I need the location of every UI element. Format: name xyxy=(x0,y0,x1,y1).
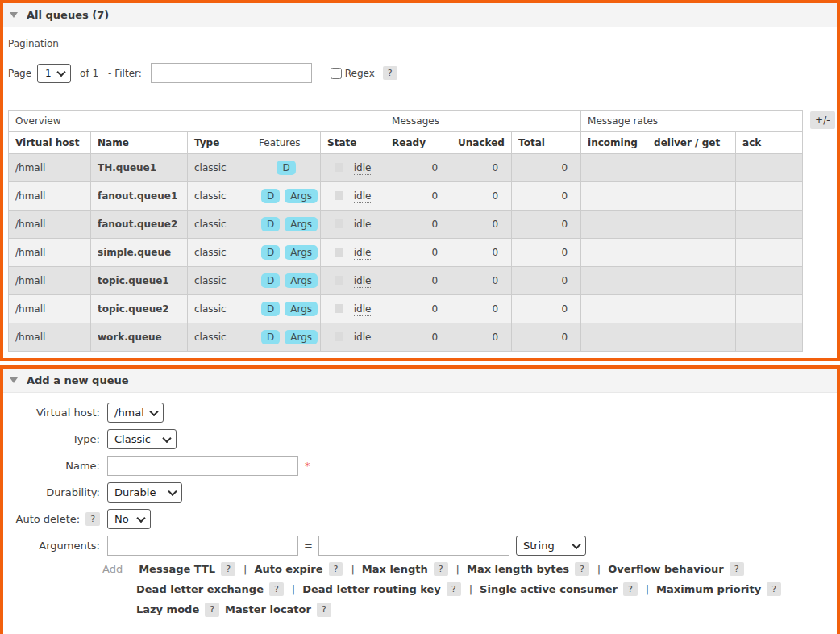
state-indicator xyxy=(335,219,343,228)
auto-delete-select[interactable]: No xyxy=(107,509,151,529)
pagination-label: Pagination xyxy=(8,38,59,49)
help-icon[interactable]: ? xyxy=(767,582,781,596)
help-icon[interactable]: ? xyxy=(447,582,461,596)
col-ready[interactable]: Ready xyxy=(385,132,451,154)
cell-virtual-host: /hmall xyxy=(9,182,91,211)
state-indicator xyxy=(335,191,343,200)
cell-total: 0 xyxy=(512,182,581,211)
cell-type: classic xyxy=(188,239,252,267)
table-row: /hmall fanout.queue2 classic DArgs idle … xyxy=(9,211,803,239)
help-icon[interactable]: ? xyxy=(730,562,744,576)
help-icon[interactable]: ? xyxy=(575,562,589,576)
col-deliver-get[interactable]: deliver / get xyxy=(647,132,736,154)
argument-shortcuts: AddMessage TTL?|Auto expire?|Max length?… xyxy=(102,562,837,617)
auto-delete-label: Auto delete: xyxy=(16,513,81,525)
argument-shortcut-link[interactable]: Maximum priority xyxy=(656,583,761,595)
queues-table-wrap: Overview Messages Message rates Virtual … xyxy=(8,110,832,352)
col-type[interactable]: Type xyxy=(188,132,252,154)
cell-unacked: 0 xyxy=(451,323,512,352)
cell-queue-name[interactable]: topic.queue2 xyxy=(91,295,188,323)
state-indicator xyxy=(335,304,343,313)
cell-features: DArgs xyxy=(252,295,321,323)
queues-page: All queues (7) Pagination Page 1 of 1 - … xyxy=(0,0,840,634)
cell-ack xyxy=(736,323,803,352)
col-unacked[interactable]: Unacked xyxy=(451,132,512,154)
argument-shortcut-link[interactable]: Dead letter routing key xyxy=(302,583,441,595)
cell-state: idle xyxy=(321,211,385,239)
virtual-host-label: Virtual host: xyxy=(3,407,100,419)
regex-checkbox[interactable] xyxy=(331,68,342,79)
cell-incoming xyxy=(581,182,647,211)
help-icon[interactable]: ? xyxy=(205,603,219,616)
table-row: /hmall topic.queue1 classic DArgs idle 0… xyxy=(9,267,803,295)
separator: | xyxy=(292,583,295,595)
argument-shortcut-link[interactable]: Dead letter exchange xyxy=(136,583,264,595)
queue-name-input[interactable] xyxy=(107,456,298,476)
column-toggle-button[interactable]: +/- xyxy=(810,111,834,129)
argument-shortcut-link[interactable]: Overflow behaviour xyxy=(608,563,724,575)
separator: | xyxy=(351,563,354,575)
cell-total: 0 xyxy=(512,154,581,182)
argument-value-input[interactable] xyxy=(318,536,509,556)
argument-type-select[interactable]: String xyxy=(516,536,586,556)
col-virtual-host[interactable]: Virtual host xyxy=(9,132,91,154)
required-asterisk: * xyxy=(305,460,310,472)
col-ack[interactable]: ack xyxy=(736,132,803,154)
cell-queue-name[interactable]: topic.queue1 xyxy=(91,267,188,295)
cell-features: DArgs xyxy=(252,182,321,211)
help-icon[interactable]: ? xyxy=(221,562,235,576)
cell-features: DArgs xyxy=(252,267,321,295)
add-queue-header[interactable]: Add a new queue xyxy=(3,369,837,393)
cell-queue-name[interactable]: TH.queue1 xyxy=(91,154,188,182)
argument-key-input[interactable] xyxy=(107,536,298,556)
cell-queue-name[interactable]: simple.queue xyxy=(91,239,188,267)
cell-deliver-get xyxy=(647,154,736,182)
cell-incoming xyxy=(581,323,647,352)
name-label: Name: xyxy=(3,460,100,472)
filter-input[interactable] xyxy=(151,63,312,83)
virtual-host-select[interactable]: /hmall xyxy=(107,403,164,423)
cell-incoming xyxy=(581,267,647,295)
argument-shortcut-link[interactable]: Master locator xyxy=(225,603,311,615)
help-icon[interactable]: ? xyxy=(269,582,284,596)
argument-shortcut-link[interactable]: Max length xyxy=(362,563,428,575)
feature-badge: Args xyxy=(285,189,318,203)
pagination-legend: Pagination xyxy=(8,38,832,49)
page-select[interactable]: 1 xyxy=(37,64,71,83)
arguments-label: Arguments: xyxy=(3,540,100,552)
cell-features: DArgs xyxy=(252,323,321,352)
help-icon[interactable]: ? xyxy=(623,582,638,596)
cell-ack xyxy=(736,154,803,182)
cell-unacked: 0 xyxy=(451,211,512,239)
argument-shortcut-link[interactable]: Single active consumer xyxy=(480,583,618,595)
name-row: Name: * xyxy=(3,456,837,476)
cell-state: idle xyxy=(321,154,385,182)
feature-badge: D xyxy=(261,189,280,203)
col-state[interactable]: State xyxy=(321,132,385,154)
col-name[interactable]: Name xyxy=(91,132,188,154)
durability-select[interactable]: Durable xyxy=(107,482,182,503)
help-icon[interactable]: ? xyxy=(329,562,343,576)
all-queues-header[interactable]: All queues (7) xyxy=(3,3,837,27)
argument-shortcut-link[interactable]: Max length bytes xyxy=(467,563,569,575)
col-total[interactable]: Total xyxy=(512,132,581,154)
cell-state: idle xyxy=(321,239,385,267)
cell-queue-name[interactable]: work.queue xyxy=(91,323,188,352)
cell-ack xyxy=(736,239,803,267)
type-select[interactable]: Classic xyxy=(107,429,177,449)
cell-queue-name[interactable]: fanout.queue1 xyxy=(91,182,188,211)
state-indicator xyxy=(335,163,343,172)
argument-shortcut-link[interactable]: Message TTL xyxy=(139,563,215,575)
help-icon[interactable]: ? xyxy=(317,603,331,616)
argument-shortcut-link[interactable]: Auto expire xyxy=(254,563,322,575)
regex-help-icon[interactable]: ? xyxy=(383,66,397,80)
state-label: idle xyxy=(354,162,372,175)
cell-ready: 0 xyxy=(385,295,451,323)
auto-delete-help-icon[interactable]: ? xyxy=(85,512,100,526)
help-icon[interactable]: ? xyxy=(434,562,448,576)
col-incoming[interactable]: incoming xyxy=(581,132,647,154)
cell-queue-name[interactable]: fanout.queue2 xyxy=(91,211,188,239)
cell-unacked: 0 xyxy=(451,182,512,211)
group-overview: Overview xyxy=(9,111,385,132)
argument-shortcut-link[interactable]: Lazy mode xyxy=(136,603,199,615)
